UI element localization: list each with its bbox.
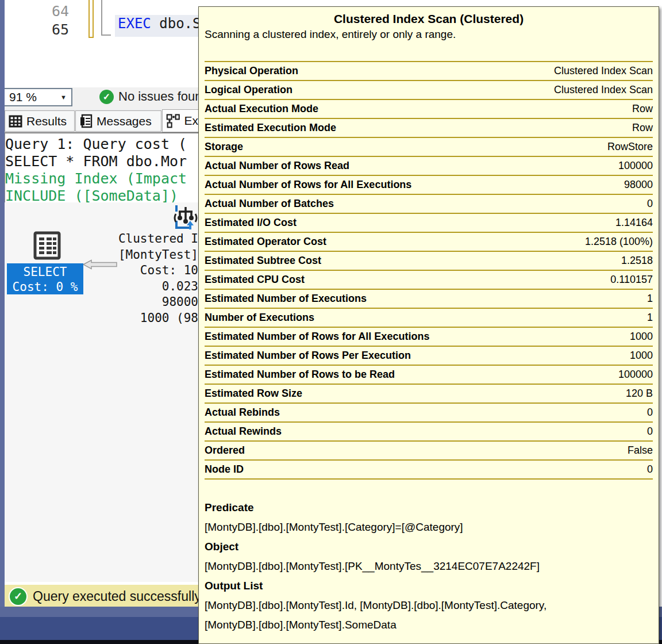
results-line: Missing Index (Impact bbox=[5, 170, 198, 187]
property-value: 1 bbox=[647, 312, 653, 324]
property-value: 98000 bbox=[624, 179, 653, 191]
scan-node-line: 1000 (98 bbox=[5, 310, 198, 327]
property-value: 0 bbox=[647, 463, 653, 476]
tooltip-subtitle: Scanning a clustered index, entirely or … bbox=[205, 28, 653, 41]
tab-execution-plan[interactable]: Ex bbox=[162, 109, 198, 132]
property-value: 0 bbox=[647, 407, 653, 419]
results-text-panel[interactable]: Query 1: Query cost (SELECT * FROM dbo.M… bbox=[5, 132, 198, 202]
tooltip-property-row: Estimated Number of Rows to be Read10000… bbox=[205, 366, 653, 385]
status-message: Query executed successfully bbox=[33, 589, 198, 604]
property-value: 100000 bbox=[618, 369, 653, 381]
property-label: Actual Execution Mode bbox=[205, 103, 318, 115]
line-number: 64 bbox=[45, 3, 69, 20]
property-value: 100000 bbox=[618, 160, 653, 172]
property-value: 120 B bbox=[626, 388, 653, 400]
property-value: 1000 bbox=[630, 350, 653, 362]
tab-label: Results bbox=[26, 114, 67, 128]
tooltip-property-row: Actual Execution ModeRow bbox=[205, 100, 653, 119]
operator-tooltip: Clustered Index Scan (Clustered) Scannin… bbox=[198, 6, 659, 644]
query-editor[interactable]: 64 65 EXEC dbo.Sn bbox=[5, 0, 198, 87]
tooltip-property-row: OrderedFalse bbox=[205, 442, 653, 461]
results-grid-icon bbox=[9, 115, 22, 128]
code-line[interactable]: EXEC dbo.Sn bbox=[115, 15, 198, 37]
issues-indicator[interactable]: ✓ No issues foun bbox=[99, 89, 198, 104]
tooltip-property-row: Estimated I/O Cost1.14164 bbox=[205, 214, 653, 233]
property-value: False bbox=[628, 444, 653, 457]
property-value: RowStore bbox=[607, 141, 653, 153]
plan-edge-arrow bbox=[83, 259, 117, 270]
section-label: Object bbox=[205, 537, 653, 557]
tooltip-sections: Predicate[MontyDB].[dbo].[MontyTest].[Ca… bbox=[205, 498, 653, 635]
property-label: Estimated Row Size bbox=[205, 388, 302, 400]
property-label: Estimated I/O Cost bbox=[205, 217, 297, 229]
change-tracking-bar bbox=[88, 0, 94, 38]
tooltip-property-row: Physical OperationClustered Index Scan bbox=[205, 62, 653, 81]
property-label: Actual Number of Batches bbox=[205, 198, 334, 210]
property-value: 1000 bbox=[630, 331, 653, 343]
tooltip-property-row: Actual Rebinds0 bbox=[205, 404, 653, 423]
tooltip-property-row: Estimated Number of Rows Per Execution10… bbox=[205, 347, 653, 366]
tooltip-property-row: Estimated CPU Cost0.110157 bbox=[205, 271, 653, 290]
property-label: Logical Operation bbox=[205, 84, 292, 96]
tooltip-property-row: Actual Number of Rows Read100000 bbox=[205, 157, 653, 176]
tooltip-property-row: Estimated Number of Rows for All Executi… bbox=[205, 328, 653, 347]
section-label: Predicate bbox=[205, 498, 653, 518]
property-label: Physical Operation bbox=[205, 65, 298, 77]
clustered-index-scan-icon bbox=[171, 204, 198, 231]
property-label: Storage bbox=[205, 141, 243, 153]
line-number: 65 bbox=[45, 21, 69, 38]
query-status-bar: ✓ Query executed successfully bbox=[5, 585, 198, 608]
property-value: 0 bbox=[647, 198, 653, 210]
results-tab-bar: Results Messages Ex bbox=[5, 109, 198, 132]
tab-label: Messages bbox=[97, 114, 152, 128]
property-label: Estimated Operator Cost bbox=[205, 236, 326, 248]
property-label: Actual Number of Rows for All Executions bbox=[205, 179, 411, 191]
property-label: Actual Rewinds bbox=[205, 425, 282, 438]
results-line: Query 1: Query cost ( bbox=[5, 136, 198, 153]
section-label: Output List bbox=[205, 576, 653, 596]
execution-plan-canvas[interactable]: Clustered I[MontyTest]Cost: 100.02398000… bbox=[5, 202, 198, 582]
zoom-level-dropdown[interactable]: 91 % ▼ bbox=[5, 88, 72, 106]
tooltip-property-row: Estimated Subtree Cost1.2518 bbox=[205, 252, 653, 271]
property-label: Ordered bbox=[205, 444, 245, 457]
tooltip-property-row: Estimated Row Size120 B bbox=[205, 385, 653, 404]
property-value: Clustered Index Scan bbox=[554, 65, 653, 77]
property-label: Estimated Number of Executions bbox=[205, 293, 367, 305]
execution-plan-icon bbox=[166, 112, 180, 129]
tooltip-property-row: Actual Rewinds0 bbox=[205, 423, 653, 442]
tooltip-property-row: Estimated Number of Executions1 bbox=[205, 290, 653, 309]
property-value: 0 bbox=[647, 425, 653, 438]
chevron-down-icon: ▼ bbox=[60, 94, 67, 101]
property-label: Estimated Number of Rows to be Read bbox=[205, 369, 395, 381]
property-value: Row bbox=[632, 122, 653, 134]
tab-label: Ex bbox=[184, 114, 198, 128]
property-value: 0.110157 bbox=[610, 274, 653, 286]
tab-results[interactable]: Results bbox=[5, 110, 75, 132]
select-node-cost: Cost: 0 % bbox=[7, 279, 83, 294]
property-value: 1.14164 bbox=[615, 217, 653, 229]
select-plan-node[interactable]: SELECT Cost: 0 % bbox=[7, 263, 83, 294]
messages-icon bbox=[79, 114, 93, 129]
tooltip-title: Clustered Index Scan (Clustered) bbox=[205, 12, 653, 26]
issues-text: No issues foun bbox=[118, 89, 198, 104]
tooltip-property-row: Node ID0 bbox=[205, 461, 653, 480]
sql-keyword: EXEC bbox=[118, 16, 151, 32]
tooltip-property-row: Actual Number of Batches0 bbox=[205, 195, 653, 214]
tooltip-property-row: Number of Executions1 bbox=[205, 309, 653, 328]
results-line: SELECT * FROM dbo.Mor bbox=[5, 153, 198, 170]
sql-text: dbo.Sn bbox=[151, 16, 198, 32]
property-value: 1 bbox=[647, 293, 653, 305]
section-value-line: [MontyDB].[dbo].[MontyTest].[PK__MontyTe… bbox=[205, 557, 653, 576]
tooltip-property-row: Estimated Execution ModeRow bbox=[205, 119, 653, 138]
success-check-icon: ✓ bbox=[9, 587, 28, 606]
property-label: Estimated Number of Rows Per Execution bbox=[205, 350, 411, 362]
tooltip-property-row: Estimated Operator Cost1.2518 (100%) bbox=[205, 233, 653, 252]
property-value: 1.2518 (100%) bbox=[585, 236, 653, 248]
tab-messages[interactable]: Messages bbox=[75, 110, 161, 132]
zoom-level-value: 91 % bbox=[9, 90, 37, 104]
section-value-line: [MontyDB].[dbo].[MontyTest].SomeData bbox=[205, 615, 653, 635]
property-label: Actual Number of Rows Read bbox=[205, 160, 349, 172]
property-label: Estimated Number of Rows for All Executi… bbox=[205, 331, 429, 343]
property-value: Clustered Index Scan bbox=[554, 84, 653, 96]
select-node-title: SELECT bbox=[7, 264, 83, 279]
